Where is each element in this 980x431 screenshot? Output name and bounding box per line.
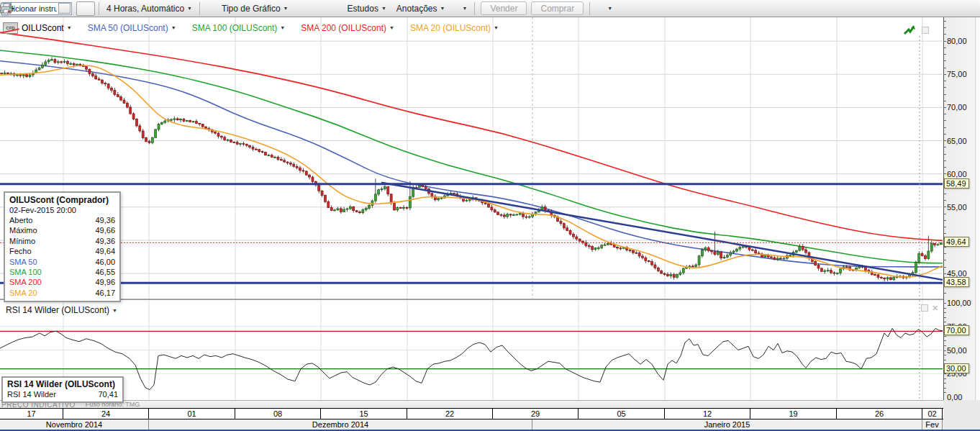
date-cell: 05 [579,409,665,419]
tooltip-row: SMA 2046,17 [9,288,115,298]
indicative-price-strip: PREÇO INDICATIVO Fuso horário: TMG [0,400,943,408]
chevron-down-icon: ▼ [187,6,192,11]
print-export-dropdown[interactable]: ▼ [601,1,616,16]
month-cell: Fev [922,419,943,430]
date-cell: 29 [493,409,579,419]
zoom-out-button[interactable] [304,1,311,16]
rsi-indicator-chart[interactable] [0,300,943,400]
instrument-grid-icon[interactable] [58,3,71,14]
close-panel-icon[interactable]: ✕ [932,304,939,312]
annotations-dropdown[interactable]: Anotações ▼ [390,1,449,16]
studies-label: Estudos [348,4,378,14]
restore-panel-icon[interactable] [922,27,929,34]
candlestick-icon [207,3,219,14]
tooltip-row: Fecho49,64 [9,246,115,256]
price-axis-label: 55,00 [947,203,967,212]
annotations-label: Anotações [396,4,437,14]
instrument-legend-label: OILUScont [22,23,64,33]
month-cell: Dezembro 2014 [149,419,532,430]
chart-type-label: Tipo de Gráfico [222,4,281,14]
rsi-header-dropdown[interactable]: RSI 14 Wilder (OILUScont) ▼ [6,305,117,315]
date-cell: 24 [63,409,149,419]
rsi-tooltip-label: RSI 14 Wilder [7,389,56,399]
chevron-down-icon: ▼ [494,25,499,30]
price-axis-label: 75,00 [947,70,967,78]
new-chart-button[interactable] [76,1,95,16]
chart-settings-button[interactable] [594,1,601,16]
tooltip-datetime: 02-Fev-2015 20:00 [9,206,115,214]
timeframe-dropdown[interactable]: 4 Horas, Automático ▼ [103,1,196,16]
cfd-instrument-icon: CFD [3,22,18,34]
date-cell: 26 [837,409,922,419]
rsi-tooltip-value: 70,41 [98,389,118,399]
chevron-down-icon: ▼ [280,25,285,30]
tooltip-row: Máximo49,66 [9,225,115,235]
crosshair-dropdown[interactable]: ▼ [455,1,471,16]
buy-button: Comprar [531,1,584,15]
price-axis-ticks [943,21,946,299]
undo-button[interactable] [318,1,325,16]
tooltip-row: Mínimo49,36 [9,236,115,246]
tooltip-row: SMA 20049,96 [9,277,115,287]
trading-platform-window: 4 Horas, Automático ▼ Tipo de Gráfico ▼ [0,0,980,431]
main-toolbar: 4 Horas, Automático ▼ Tipo de Gráfico ▼ [0,0,980,17]
legend-item-sma-20[interactable]: SMA 20 (OILUScont)▼ [410,23,499,33]
date-cell: 15 [321,409,407,419]
instrument-legend-dropdown[interactable]: CFD OILUScont ▼ [3,22,72,34]
price-marker-label: 43,58 [944,277,969,287]
rsi-tooltip: RSI 14 Wilder (OILUScont) RSI 14 Wilder … [1,376,124,403]
date-cell: 01 [149,409,235,419]
time-axis-dates: 172401081522290512192602 [0,408,943,419]
price-axis-label: 80,00 [947,37,967,45]
date-cell: 22 [407,409,493,419]
rsi-axis-label: 0,00 [947,393,962,401]
legend-item-sma-200[interactable]: SMA 200 (OILUScont)▼ [301,23,394,33]
tooltip-title: OILUScont (Comprador) [9,195,115,205]
date-cell: 17 [0,409,63,419]
price-axis-label: 60,00 [947,170,967,178]
chevron-down-icon: ▼ [67,25,72,30]
chevron-down-icon: ▼ [462,6,467,11]
rsi-axis-label: 100,00 [947,299,971,307]
month-cell: Janeiro 2015 [532,419,922,430]
studies-dropdown[interactable]: Estudos ▼ [330,1,390,16]
pan-chart-button[interactable] [311,1,318,16]
eraser-button[interactable] [448,1,455,16]
chevron-down-icon: ▼ [171,25,176,30]
price-axis-label: 70,00 [947,103,967,112]
rsi-axis-label: 50,00 [947,346,967,355]
price-marker-label: 49,64 [944,237,969,247]
zoom-in-button[interactable] [296,1,304,16]
chevron-down-icon: ▼ [607,6,612,11]
rsi-axis-ticks [943,303,946,397]
date-cell: 12 [665,409,750,419]
window-edge-strip [975,17,980,431]
legend-item-sma-100[interactable]: SMA 100 (OILUScont)▼ [192,23,286,33]
main-price-chart[interactable] [0,17,943,299]
legend-item-sma-50[interactable]: SMA 50 (OILUScont)▼ [88,23,176,33]
rsi-marker-label: 30,00 [944,363,969,373]
legend-item-label: SMA 200 (OILUScont) [301,23,386,33]
tooltip-row: SMA 5046,00 [9,257,115,267]
sell-button: Vender [481,1,527,15]
chart-type-dropdown[interactable]: Tipo de Gráfico ▼ [204,1,292,16]
tooltip-row: SMA 10046,55 [9,267,115,277]
chevron-down-icon: ▼ [440,6,445,11]
date-cell: 08 [235,409,321,419]
chart-lines-icon [80,3,91,14]
rsi-marker-label: 70,00 [944,325,969,335]
legend-item-label: SMA 50 (OILUScont) [88,23,168,33]
price-marker-label: 58,49 [944,178,969,189]
time-axis-months: Novembro 2014Dezembro 2014Janeiro 2015Fe… [0,419,943,430]
date-cell: 02 [922,409,943,419]
timeframe-label: 4 Horas, Automático [106,4,184,14]
chevron-down-icon: ▼ [381,6,386,11]
legend-item-label: SMA 20 (OILUScont) [410,23,491,33]
rsi-header-label: RSI 14 Wilder (OILUScont) [6,305,109,315]
price-axis-label: 65,00 [947,137,967,145]
rsi-tooltip-title: RSI 14 Wilder (OILUScont) [7,379,118,389]
chevron-down-icon: ▼ [283,6,289,11]
legend-item-label: SMA 100 (OILUScont) [192,23,278,33]
studies-icon [333,3,345,14]
restore-panel-icon[interactable] [921,304,928,312]
